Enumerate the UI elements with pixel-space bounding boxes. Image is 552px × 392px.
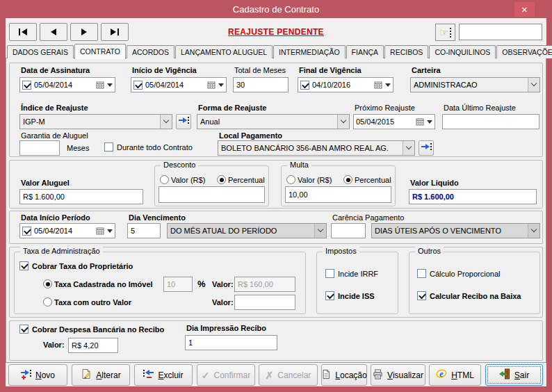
multa-input[interactable]	[285, 186, 391, 203]
inicio-vigencia-datepicker[interactable]: 05/04/2014	[131, 77, 227, 92]
sair-button[interactable]: Sair	[485, 364, 543, 386]
dia-vencimento-input[interactable]	[127, 223, 161, 238]
tab-lancamento-aluguel[interactable]: LANÇAMENTO ALUGUEL	[175, 45, 273, 58]
proximo-reajuste-datepicker[interactable]: 05/04/2015	[353, 114, 435, 129]
final-vigencia-datepicker[interactable]: 04/10/2016	[298, 77, 393, 92]
incide-irrf-checkbox[interactable]	[325, 269, 334, 278]
inicio-periodo-datepicker[interactable]: 05/04/2014	[19, 223, 115, 238]
chevron-down-icon	[531, 227, 537, 232]
cobrar-taxa-checkbox[interactable]	[19, 261, 29, 270]
ultimo-reajuste-label: Data Último Reajuste	[444, 104, 516, 112]
carteira-combobox[interactable]: ADMINISTRACAO	[410, 77, 540, 92]
desconto-percentual-radio[interactable]	[217, 175, 226, 184]
confirmar-button: ✓ Confirmar	[197, 364, 255, 386]
close-icon: ×	[521, 3, 528, 15]
indice-reajuste-combobox[interactable]: IGP-M	[19, 114, 172, 129]
visualizar-button[interactable]: Visualizar	[371, 364, 425, 386]
calendar-icon	[207, 81, 216, 89]
tab-acordos[interactable]: ACORDOS	[127, 45, 174, 58]
close-button[interactable]: ×	[514, 2, 535, 17]
excluir-button[interactable]: Excluir	[134, 364, 193, 386]
durante-contrato-label: Durante todo Contrato	[117, 143, 193, 152]
calendar-icon	[96, 81, 104, 89]
indice-lookup-button[interactable]	[176, 114, 191, 129]
local-pagamento-lookup-button[interactable]	[419, 140, 434, 156]
printer-icon	[373, 369, 383, 382]
quick-search-input[interactable]	[459, 24, 542, 40]
incide-irrf-label: Incide IRRF	[338, 270, 378, 278]
carencia-input[interactable]	[331, 223, 366, 238]
incide-iss-checkbox[interactable]	[325, 291, 334, 300]
garantia-input[interactable]	[19, 140, 60, 156]
taxa-outra-valor-input[interactable]	[234, 295, 295, 310]
carencia-modo-combobox[interactable]: DIAS ÚTEIS APÓS O VENCIMENTO	[371, 223, 540, 238]
valor-liquido-label: Valor Liquido	[410, 179, 459, 187]
assinatura-checkbox[interactable]	[22, 81, 31, 90]
despesa-valor-label: Valor:	[43, 341, 65, 349]
taxa-percent-input[interactable]	[163, 277, 193, 292]
tab-observacoes[interactable]: OBSERVAÇÕES	[496, 45, 552, 58]
local-pagamento-label: Local Pagamento	[219, 131, 282, 140]
local-pagamento-combobox[interactable]: BOLETO BANCÁRIO 356-ABN AMRO REAL AG.	[218, 140, 415, 156]
indice-reajuste-value: IGP-M	[20, 117, 160, 126]
durante-contrato-checkbox[interactable]	[104, 142, 113, 152]
despesa-valor-input[interactable]	[68, 338, 118, 353]
cancel-x-icon: ✗	[266, 370, 274, 380]
calcular-recibo-baixa-checkbox[interactable]	[417, 291, 426, 300]
cancelar-button: ✗ Cancelar	[259, 364, 318, 386]
taxa-outra-radio[interactable]	[43, 297, 52, 307]
tab-dados-gerais[interactable]: DADOS GERAIS	[7, 45, 74, 58]
inicio-vigencia-label: Início de Vigência	[132, 66, 197, 74]
outros-groupbox: Outros	[409, 252, 540, 314]
assinatura-datepicker[interactable]: 05/04/2014	[19, 77, 115, 92]
delete-record-icon	[143, 369, 154, 382]
desconto-title: Desconto	[161, 161, 198, 169]
multa-valor-radio[interactable]	[286, 175, 295, 184]
incide-iss-label: Incide ISS	[338, 292, 375, 300]
desconto-input[interactable]	[159, 186, 265, 203]
tab-intermediacao[interactable]: INTERMEDIAÇÃO	[273, 45, 346, 58]
ultimo-reajuste-input[interactable]	[442, 114, 539, 129]
multa-percentual-radio[interactable]	[343, 175, 352, 184]
forma-reajuste-label: Forma de Reajuste	[198, 104, 266, 112]
garantia-label: Garantia de Aluguel	[21, 131, 88, 140]
carteira-label: Carteira	[412, 66, 441, 74]
chevron-down-icon	[318, 227, 323, 232]
new-record-icon	[21, 369, 31, 382]
svg-text:e: e	[439, 369, 444, 379]
tab-fianca[interactable]: FIANÇA	[346, 45, 384, 58]
caret-down-icon	[107, 83, 113, 87]
multa-percentual-label: Percentual	[355, 176, 391, 184]
alterar-button[interactable]: Alterar	[72, 364, 130, 386]
outros-title: Outros	[415, 247, 444, 255]
final-vigencia-value: 04/10/2016	[312, 81, 371, 89]
tab-bar: DADOS GERAIS CONTRATO ACORDOS LANÇAMENTO…	[7, 43, 545, 58]
caret-down-icon	[385, 83, 391, 87]
dia-vencimento-modo-combobox[interactable]: DO MÊS ATUAL DO PERÍODO	[167, 223, 327, 238]
tab-contrato[interactable]: CONTRATO	[74, 44, 126, 59]
locacao-button[interactable]: Locação	[321, 364, 367, 386]
tab-co-inquilinos[interactable]: CO-INQUILINOS	[429, 45, 496, 58]
carteira-value: ADMINISTRACAO	[411, 81, 528, 89]
titlebar[interactable]: Cadastro de Contrato	[0, 0, 552, 18]
inicio-periodo-checkbox[interactable]	[22, 227, 31, 236]
quick-locate-button[interactable]: ☞	[435, 24, 455, 41]
taxa-cadastrada-radio[interactable]	[43, 279, 52, 288]
dia-impressao-input[interactable]	[185, 335, 277, 350]
calendar-icon	[416, 117, 424, 126]
total-meses-input[interactable]	[233, 77, 289, 92]
inicio-vigencia-checkbox[interactable]	[133, 81, 143, 90]
forma-reajuste-combobox[interactable]: Anual	[197, 114, 350, 129]
valor-aluguel-input[interactable]	[19, 189, 143, 204]
document-icon	[321, 369, 331, 382]
despesa-bancaria-checkbox[interactable]	[19, 325, 29, 334]
total-meses-label: Total de Meses	[234, 66, 286, 74]
garantia-meses-label: Meses	[67, 144, 89, 152]
final-vigencia-checkbox[interactable]	[300, 81, 309, 90]
html-button[interactable]: e HTML	[429, 364, 481, 386]
tab-recibos[interactable]: RECIBOS	[384, 45, 428, 58]
desconto-valor-radio[interactable]	[160, 175, 169, 184]
calculo-proporcional-checkbox[interactable]	[417, 269, 426, 278]
novo-button[interactable]: Novo	[8, 364, 67, 386]
taxa-valor-input[interactable]	[234, 277, 295, 292]
